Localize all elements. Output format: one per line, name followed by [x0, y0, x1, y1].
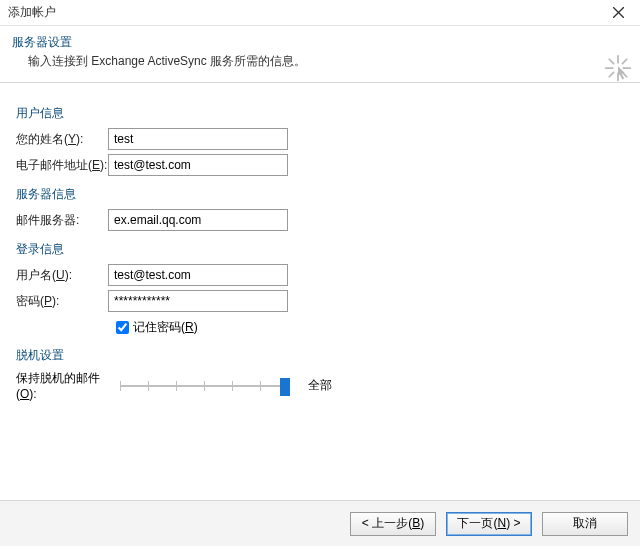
- label-mail-server: 邮件服务器:: [16, 212, 108, 229]
- email-input[interactable]: [108, 154, 288, 176]
- label-remember-password: 记住密码(R): [133, 319, 198, 336]
- slider-value-label: 全部: [308, 377, 332, 394]
- close-button[interactable]: [596, 0, 640, 26]
- slider-thumb[interactable]: [280, 378, 290, 396]
- username-input[interactable]: [108, 264, 288, 286]
- header-subtitle: 输入连接到 Exchange ActiveSync 服务所需的信息。: [12, 53, 628, 70]
- offline-slider[interactable]: [120, 376, 290, 396]
- section-offline: 脱机设置: [16, 347, 624, 364]
- your-name-input[interactable]: [108, 128, 288, 150]
- cursor-icon: [604, 54, 632, 82]
- form-body: 用户信息 您的姓名(Y): 电子邮件地址(E): 服务器信息 邮件服务器: 登录…: [0, 83, 640, 500]
- label-password: 密码(P):: [16, 293, 108, 310]
- header: 服务器设置 输入连接到 Exchange ActiveSync 服务所需的信息。: [0, 26, 640, 83]
- label-offline-mail: 保持脱机的邮件(O):: [16, 370, 120, 401]
- svg-line-6: [609, 59, 613, 63]
- svg-line-9: [609, 72, 613, 76]
- label-email: 电子邮件地址(E):: [16, 157, 108, 174]
- window-title: 添加帐户: [8, 4, 56, 21]
- label-your-name: 您的姓名(Y):: [16, 131, 108, 148]
- svg-line-8: [622, 59, 626, 63]
- close-icon: [613, 7, 624, 18]
- next-button[interactable]: 下一页(N) >: [446, 512, 532, 536]
- section-server-info: 服务器信息: [16, 186, 624, 203]
- back-button[interactable]: < 上一步(B): [350, 512, 436, 536]
- section-user-info: 用户信息: [16, 105, 624, 122]
- remember-password-checkbox[interactable]: [116, 321, 129, 334]
- mail-server-input[interactable]: [108, 209, 288, 231]
- titlebar: 添加帐户: [0, 0, 640, 26]
- section-login-info: 登录信息: [16, 241, 624, 258]
- footer: < 上一步(B) 下一页(N) > 取消: [0, 500, 640, 546]
- cancel-button[interactable]: 取消: [542, 512, 628, 536]
- header-title: 服务器设置: [12, 34, 628, 51]
- label-username: 用户名(U):: [16, 267, 108, 284]
- password-input[interactable]: [108, 290, 288, 312]
